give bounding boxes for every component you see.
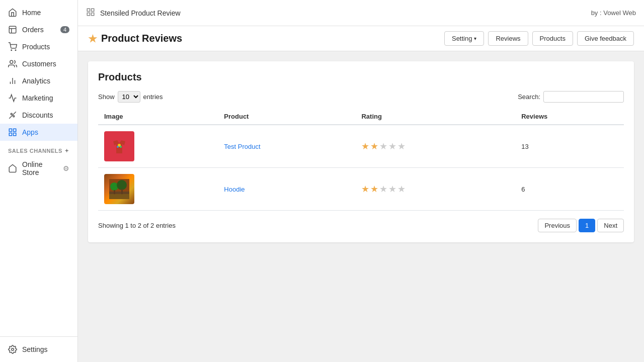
- page-title: ★ Product Reviews: [88, 33, 439, 45]
- product-name-cell-2: Hoodie: [218, 168, 355, 211]
- sidebar-item-home-label: Home: [22, 9, 41, 17]
- sidebar-item-products-label: Products: [22, 43, 50, 51]
- svg-rect-17: [87, 9, 90, 11]
- sidebar-item-customers[interactable]: Customers: [0, 55, 77, 72]
- product-rating-cell-2: ★ ★ ★ ★ ★: [355, 168, 515, 211]
- show-entries: Show 10 25 50 entries: [98, 91, 163, 103]
- analytics-icon: [8, 76, 17, 85]
- svg-rect-31: [109, 194, 129, 199]
- col-product: Product: [218, 109, 355, 125]
- svg-point-5: [10, 60, 13, 63]
- svg-point-16: [12, 348, 14, 351]
- previous-button[interactable]: Previous: [538, 219, 577, 232]
- main-content: Stensiled Product Review by : Vowel Web …: [78, 0, 644, 362]
- svg-point-28: [117, 180, 127, 190]
- sidebar-item-apps[interactable]: Apps: [0, 124, 77, 141]
- svg-point-3: [11, 50, 12, 51]
- product-image-hoodie: [104, 174, 134, 204]
- sidebar: Home Orders 4 Products Customers Analy: [0, 0, 78, 362]
- orders-icon: [8, 25, 17, 34]
- apps-icon: [8, 128, 17, 137]
- product-rating-cell-1: ★ ★ ★ ★ ★: [355, 125, 515, 168]
- header-actions: Setting Reviews Products Give feedback: [444, 31, 634, 46]
- star-1-2: ★: [370, 141, 378, 152]
- panel-title: Products: [98, 71, 624, 83]
- reviews-button[interactable]: Reviews: [488, 31, 528, 46]
- add-sales-channel-icon[interactable]: ＋: [64, 147, 70, 154]
- table-row: Hoodie ★ ★ ★ ★ ★ 6: [98, 168, 624, 211]
- star-1-5: ★: [397, 141, 406, 152]
- entries-label: entries: [143, 93, 163, 101]
- sidebar-item-settings[interactable]: Settings: [0, 341, 77, 358]
- sidebar-item-online-store-label: Online Store: [22, 160, 58, 176]
- svg-point-22: [117, 146, 119, 148]
- star-1-1: ★: [361, 141, 369, 152]
- product-image-tshirt: [104, 131, 134, 161]
- col-rating: Rating: [355, 109, 515, 125]
- sidebar-item-discounts-label: Discounts: [22, 111, 53, 119]
- products-button[interactable]: Products: [532, 31, 573, 46]
- star-icon: ★: [88, 33, 97, 45]
- svg-rect-12: [9, 129, 12, 131]
- topbar-title: Stensiled Product Review: [100, 9, 586, 17]
- products-panel: Products Show 10 25 50 entries Search:: [88, 61, 634, 242]
- products-icon: [8, 42, 17, 51]
- svg-point-4: [15, 50, 16, 51]
- sidebar-item-apps-label: Apps: [22, 128, 38, 136]
- discounts-icon: [8, 111, 17, 120]
- star-2-2: ★: [370, 184, 378, 195]
- sidebar-item-products[interactable]: Products: [0, 38, 77, 55]
- sidebar-item-orders[interactable]: Orders 4: [0, 21, 77, 38]
- star-2-1: ★: [361, 184, 369, 195]
- sidebar-item-online-store[interactable]: Online Store ⚙: [0, 156, 77, 180]
- product-reviews-cell-1: 13: [515, 125, 624, 168]
- sidebar-item-discounts[interactable]: Discounts: [0, 107, 77, 124]
- topbar-by: by : Vowel Web: [591, 9, 636, 17]
- svg-rect-20: [92, 13, 94, 15]
- sales-channels-section: SALES CHANNELS ＋: [0, 141, 77, 156]
- entries-select[interactable]: 10 25 50: [118, 91, 140, 103]
- customers-icon: [8, 59, 17, 68]
- pagination-row: Showing 1 to 2 of 2 entries Previous 1 N…: [98, 219, 624, 232]
- settings-icon: [8, 345, 17, 354]
- showing-text: Showing 1 to 2 of 2 entries: [98, 222, 176, 229]
- sidebar-item-customers-label: Customers: [22, 60, 56, 68]
- svg-line-11: [9, 112, 16, 119]
- topbar-grid-icon: [86, 8, 95, 19]
- pagination-buttons: Previous 1 Next: [538, 219, 624, 232]
- content-body: Products Show 10 25 50 entries Search:: [78, 51, 644, 362]
- star-2-4: ★: [388, 184, 396, 195]
- col-image: Image: [98, 109, 218, 125]
- product-reviews-cell-2: 6: [515, 168, 624, 211]
- product-link-hoodie[interactable]: Hoodie: [224, 186, 245, 193]
- sidebar-item-marketing[interactable]: Marketing: [0, 89, 77, 107]
- search-row: Search:: [518, 91, 624, 103]
- orders-badge: 4: [60, 26, 69, 33]
- svg-rect-14: [9, 133, 12, 136]
- star-1-4: ★: [388, 141, 396, 152]
- setting-button[interactable]: Setting: [444, 31, 484, 46]
- product-link-test[interactable]: Test Product: [224, 143, 260, 150]
- sidebar-item-analytics-label: Analytics: [22, 77, 50, 85]
- svg-rect-18: [92, 9, 94, 11]
- controls-row: Show 10 25 50 entries Search:: [98, 91, 624, 103]
- content-header: ★ Product Reviews Setting Reviews Produc…: [78, 26, 644, 51]
- page-1-button[interactable]: 1: [579, 219, 595, 232]
- table-row: Test Product ★ ★ ★ ★ ★ 13: [98, 125, 624, 168]
- sidebar-item-home[interactable]: Home: [0, 4, 77, 21]
- give-feedback-button[interactable]: Give feedback: [577, 31, 634, 46]
- product-image-cell-2: [98, 168, 218, 211]
- online-store-settings-icon[interactable]: ⚙: [63, 164, 69, 172]
- show-label: Show: [98, 93, 115, 101]
- home-icon: [8, 8, 17, 17]
- store-icon: [8, 164, 17, 173]
- next-button[interactable]: Next: [597, 219, 624, 232]
- sidebar-item-analytics[interactable]: Analytics: [0, 72, 77, 89]
- star-1-3: ★: [379, 141, 387, 152]
- sidebar-item-settings-label: Settings: [22, 345, 48, 353]
- stars-row-1: ★ ★ ★ ★ ★: [361, 141, 509, 152]
- star-2-5: ★: [397, 184, 406, 195]
- search-label: Search:: [518, 93, 540, 101]
- search-input[interactable]: [543, 91, 624, 103]
- sidebar-item-orders-label: Orders: [22, 26, 44, 34]
